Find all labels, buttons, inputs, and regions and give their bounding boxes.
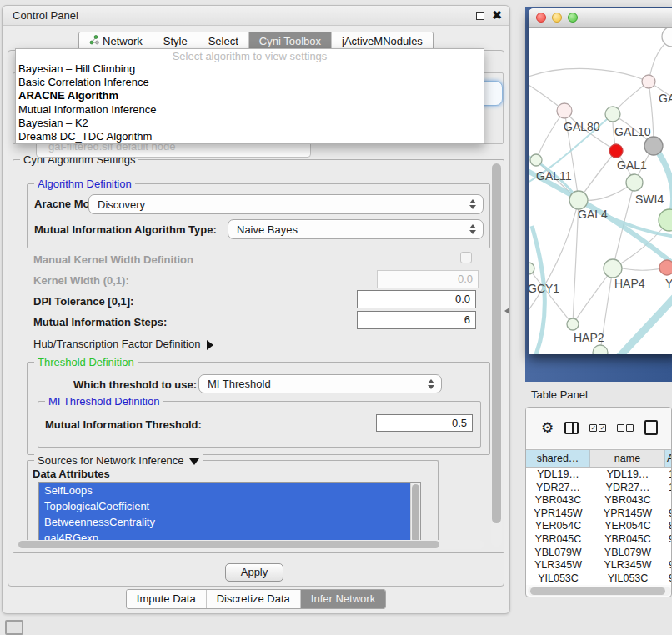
table-rows: YDL19… YDL19… 13 YDR27… YDR27… 12 YBR043…	[526, 468, 672, 585]
collapsed-arrow-icon	[207, 340, 213, 350]
dock-panel-icon[interactable]	[5, 620, 23, 635]
table-horizontal-thumb[interactable]	[530, 588, 665, 595]
cell-shared-name: YPR145W	[526, 508, 590, 521]
mi-type-combo[interactable]: Naive Bayes	[228, 219, 484, 239]
settings-horizontal-thumb[interactable]	[18, 541, 439, 548]
table-row[interactable]: YDR27… YDR27… 12	[526, 482, 672, 495]
table-row[interactable]: YLR345W YLR345W 9.	[526, 559, 672, 572]
hub-definition-label: Hub/Transcription Factor Definition	[33, 338, 200, 350]
splitter-collapse-arrow[interactable]	[504, 308, 509, 314]
cell-name: YPR145W	[590, 508, 665, 521]
network-canvas[interactable]: GAL80 GAL10 GAL1 GAL11 GAL4 SWI4 GCY1 HA…	[529, 28, 672, 354]
tab-network-label: Network	[103, 35, 143, 48]
tab-infer-network[interactable]: Infer Network	[300, 590, 385, 608]
mi-steps-field[interactable]: 6	[357, 311, 476, 329]
node-label-swi4[interactable]: SWI4	[635, 192, 664, 206]
settings-vertical-thumb[interactable]	[492, 163, 501, 523]
data-attributes-label: Data Attributes	[33, 468, 110, 480]
select-all-icon[interactable]: ✓✓	[589, 424, 606, 432]
gear-icon[interactable]: ⚙	[541, 421, 554, 435]
data-attribute-item[interactable]: SelfLoops	[39, 482, 410, 498]
close-traffic-light[interactable]	[536, 12, 546, 22]
columns-icon[interactable]	[564, 422, 579, 434]
node-label-gcy1[interactable]: GCY1	[529, 282, 559, 295]
cell-partial: 13	[665, 468, 672, 482]
aracne-mode-combo[interactable]: Discovery	[88, 194, 484, 214]
node-label-gal4[interactable]: GAL4	[578, 208, 608, 221]
data-attribute-item[interactable]: TopologicalCoefficient	[39, 498, 410, 514]
kernel-width-field[interactable]: 0.0	[377, 270, 479, 288]
data-attribute-item[interactable]: BetweennessCentrality	[39, 514, 410, 530]
tab-style-label: Style	[163, 35, 188, 48]
which-threshold-combo[interactable]: MI Threshold	[198, 374, 442, 393]
node-label-gal-partial[interactable]: GAL	[659, 92, 672, 105]
cell-name: YLR345W	[590, 559, 665, 572]
settings-vertical-scrollbar[interactable]	[491, 162, 502, 547]
cell-partial: 9.	[665, 533, 672, 547]
table-horizontal-scrollbar[interactable]	[528, 587, 671, 596]
table-row[interactable]: YIL053C YIL053C 9	[526, 572, 672, 585]
cell-name: YIL053C	[590, 572, 665, 585]
mi-threshold-field[interactable]: 0.5	[376, 414, 473, 432]
algorithm-dropdown-item-label: Basic Correlation Inference	[18, 76, 149, 88]
cell-partial: 9.	[665, 508, 672, 521]
hub-definition-header[interactable]: Hub/Transcription Factor Definition	[33, 338, 213, 350]
cell-name: YDL19…	[590, 468, 665, 482]
float-window-icon[interactable]	[476, 12, 484, 20]
node-label-gal10[interactable]: GAL10	[614, 125, 651, 138]
table-row[interactable]: YBL079W YBL079W	[526, 547, 672, 560]
tab-discretize-data[interactable]: Discretize Data	[206, 590, 300, 608]
algorithm-dropdown-item[interactable]: Mutual Information Inference	[16, 103, 484, 117]
kernel-width-label: Kernel Width (0,1):	[33, 274, 129, 287]
node-label-y-partial[interactable]: Y	[665, 277, 672, 290]
deselect-all-icon[interactable]	[617, 424, 634, 432]
node-label-hap2[interactable]: HAP2	[574, 331, 604, 344]
algorithm-dropdown-item[interactable]: Bayesian – Hill Climbing	[16, 62, 484, 76]
sources-group: Sources for Network Inference Data Attri…	[27, 460, 439, 548]
node-label-hap4[interactable]: HAP4	[614, 277, 645, 290]
table-row[interactable]: YDL19… YDL19… 13	[526, 468, 672, 482]
algorithm-dropdown-item[interactable]: Dream8 DC_TDC Algorithm	[16, 130, 484, 143]
network-tab-icon	[89, 35, 99, 48]
cell-shared-name: YER054C	[526, 520, 590, 533]
cyni-settings-group: Cyni Algorithm Settings Algorithm Defini…	[13, 159, 504, 553]
cell-shared-name: YDL19…	[526, 468, 590, 482]
table-row[interactable]: YBR045C YBR045C 9.	[526, 533, 672, 547]
table-row[interactable]: YBR043C YBR043C	[526, 494, 672, 508]
cell-shared-name: YIL053C	[526, 572, 590, 585]
column-header-name[interactable]: name	[590, 450, 665, 467]
zoom-traffic-light[interactable]	[568, 12, 578, 22]
dpi-tolerance-field[interactable]: 0.0	[357, 290, 476, 308]
attr-list-scroll-thumb[interactable]	[412, 484, 419, 542]
algorithm-definition-group: Algorithm Definition Aracne Mode: Discov…	[27, 183, 490, 248]
node-label-gal11[interactable]: GAL11	[536, 169, 572, 182]
algorithm-dropdown-item[interactable]: Bayesian – K2	[16, 117, 484, 130]
settings-horizontal-scrollbar[interactable]	[17, 540, 484, 549]
new-table-icon[interactable]	[644, 420, 658, 435]
close-icon[interactable]: ✖	[492, 8, 502, 22]
tab-impute-data[interactable]: Impute Data	[127, 590, 206, 608]
mi-threshold-label: Mutual Information Threshold:	[45, 418, 202, 431]
algorithm-dropdown-hint: Select algorithm to view settings	[16, 50, 484, 62]
table-row[interactable]: YER054C YER054C 8.	[526, 520, 672, 533]
node-label-gal80[interactable]: GAL80	[564, 120, 600, 133]
manual-kernel-checkbox[interactable]	[460, 252, 472, 263]
cell-partial: 9	[665, 572, 672, 585]
network-window-titlebar	[529, 8, 672, 28]
data-attributes-list: SelfLoops TopologicalCoefficient Between…	[38, 482, 421, 546]
threshold-definition-group: Threshold Definition Which threshold to …	[27, 362, 490, 455]
cell-partial	[665, 547, 672, 560]
table-row[interactable]: YPR145W YPR145W 9.	[526, 508, 672, 521]
algorithm-dropdown-list: Bayesian – Hill Climbing Basic Correlati…	[16, 62, 484, 143]
column-header-partial[interactable]: A	[665, 450, 672, 467]
algorithm-dropdown-item[interactable]: Basic Correlation Inference	[16, 76, 484, 89]
node-label-gal1[interactable]: GAL1	[617, 158, 647, 172]
apply-button[interactable]: Apply	[225, 563, 283, 582]
mi-type-value: Naive Bayes	[237, 223, 298, 236]
cell-partial: 12	[665, 482, 672, 495]
algorithm-dropdown-item[interactable]: ARACNE Algorithm	[16, 89, 484, 102]
minimize-traffic-light[interactable]	[552, 12, 562, 22]
sources-legend[interactable]: Sources for Network Inference	[34, 454, 203, 467]
attr-list-scrollbar[interactable]	[410, 482, 420, 545]
column-header-shared-name[interactable]: shared…	[526, 450, 590, 467]
